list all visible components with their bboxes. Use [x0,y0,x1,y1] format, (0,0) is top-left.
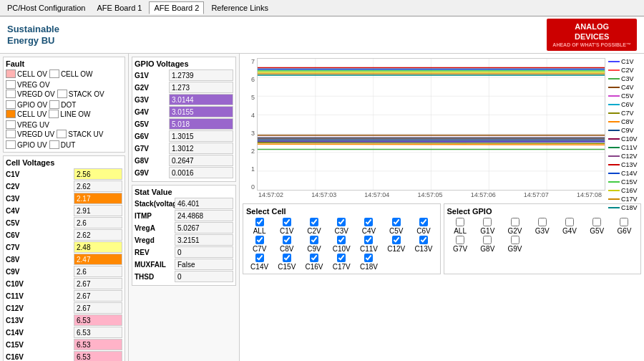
select-gpio-item-g1v: G1V [474,218,501,235]
select-gpio-label-all: ALL [454,227,467,235]
select-cell-checkbox-c6v[interactable] [419,218,428,226]
select-cell-checkbox-c8v[interactable] [283,236,291,244]
select-cell-label-c9v: C9V [307,245,321,253]
fault-dot: DOT [49,100,76,109]
select-gpio-checkbox-g8v[interactable] [483,236,492,244]
select-gpio-checkbox-g7v[interactable] [456,236,464,244]
gpio-label-g2v: G2V [135,84,155,92]
select-gpio-checkbox-g4v[interactable] [565,218,574,226]
menu-reference-links[interactable]: Reference Links [207,2,273,14]
menu-afe-board-1[interactable]: AFE Board 1 [92,2,146,14]
select-cell-checkbox-c5v[interactable] [392,218,401,226]
gpio-value-g9v: 0.0016 [169,167,233,178]
stat-val: 0 [175,271,233,282]
select-cell-checkbox-c9v[interactable] [310,236,318,244]
cell-value-c4v: 2.91 [74,205,122,216]
select-cell-checkbox-c12v[interactable] [392,236,401,244]
select-cell-item-c4v: C4V [356,218,382,235]
menu-afe-board-2[interactable]: AFE Board 2 [149,1,204,14]
select-cell-checkbox-c7v[interactable] [255,236,264,244]
cell-label-c9v: C9V [6,268,26,276]
fault-stack-ov-label: STACK OV [69,90,104,98]
select-gpio-item-g2v: G2V [502,218,528,235]
select-gpio-title: Select GPIO [447,207,638,216]
select-cell-checkbox-c3v[interactable] [337,218,346,226]
select-cell-label-all: ALL [253,227,266,235]
fault-cell-ov: CELL OV [6,69,47,78]
select-cell-item-all: ALL [246,218,273,235]
select-cell-label-c3v: C3V [335,227,348,235]
select-cell-panel: Select Cell ALLC1VC2VC3VC4VC5VC6VC7VC8VC… [243,203,441,274]
gpio-label-g3v: G3V [135,96,155,104]
gpio-voltages-title: GPIO Voltages [135,59,233,68]
legend-c15v: C15V [608,178,641,186]
select-cell-title: Select Cell [246,207,437,216]
select-cell-item-c8v: C8V [273,236,300,253]
select-gpio-checkbox-all[interactable] [456,218,464,226]
select-gpio-checkbox-g3v[interactable] [538,218,547,226]
fault-cell-uv-label: CELL UV [17,110,47,118]
fault-row-1: CELL OV CELL OW VREG OV [6,69,122,89]
fault-row-1b: VREGD OV STACK OV GPIO OV DOT [6,90,122,109]
chart-legend: C1V C2V C3V C4V C5V C6V C7V C8V C9V C10V… [605,58,641,191]
select-gpio-label-g5v: G5V [590,227,604,235]
select-gpio-checkbox-g1v[interactable] [483,218,492,226]
stat-label: MUXFAIL [135,261,174,269]
select-cell-item-c16v: C16V [301,254,327,271]
cell-row-c12v: C12V2.67 [6,302,122,314]
select-cell-checkbox-c10v[interactable] [337,236,346,244]
select-cell-checkbox-c11v[interactable] [364,236,373,244]
fault-row-2b: VREGD UV STACK UV GPIO UV DUT [6,130,122,149]
select-cell-checkbox-c15v[interactable] [283,254,291,262]
cell-label-c2v: C2V [6,183,26,191]
gpio-row-g9v: G9V0.0016 [135,167,233,178]
select-gpio-grid: ALLG1VG2VG3VG4VG5VG6VG7VG8VG9V [447,218,638,253]
select-gpio-checkbox-g6v[interactable] [620,218,628,226]
menu-pc-host[interactable]: PC/Host Configuration [3,2,89,14]
stat-val: 0 [175,246,233,258]
cell-row-c8v: C8V2.47 [6,254,122,265]
select-gpio-item-all: ALL [447,218,474,235]
select-cell-grid: ALLC1VC2VC3VC4VC5VC6VC7VC8VC9VC10VC11VC1… [246,218,437,271]
gpio-value-g4v: 3.0155 [169,106,233,117]
select-gpio-checkbox-g9v[interactable] [511,236,519,244]
select-cell-checkbox-c2v[interactable] [310,218,318,226]
cell-label-c5v: C5V [6,219,26,227]
select-cell-item-c5v: C5V [383,218,409,235]
legend-c9v: C9V [608,127,641,134]
select-gpio-item-g5v: G5V [584,218,610,235]
fault-cell-uv-box [6,110,16,118]
select-panels: Select Cell ALLC1VC2VC3VC4VC5VC6VC7VC8VC… [243,201,641,274]
legend-c8v: C8V [608,118,641,125]
gpio-row-g2v: G2V1.273 [135,82,233,93]
select-cell-label-c4v: C4V [362,227,376,235]
select-cell-label-c14v: C14V [250,263,268,271]
select-gpio-checkbox-g2v[interactable] [511,218,519,226]
select-cell-checkbox-c18v[interactable] [364,254,373,262]
fault-vreg-ov: VREG OV [6,80,50,89]
cell-label-c16v: C16V [6,353,26,361]
legend-c1v: C1V [608,58,641,65]
select-cell-checkbox-c16v[interactable] [310,254,318,262]
select-cell-checkbox-c14v[interactable] [255,254,264,262]
cell-value-c6v: 2.62 [74,229,122,241]
cell-value-c7v: 2.48 [74,241,122,253]
select-cell-label-c15v: C15V [278,263,296,271]
select-cell-checkbox-c1v[interactable] [283,218,291,226]
fault-dut-box [49,140,59,149]
fault-cell-uv: CELL UV [6,110,47,118]
select-cell-checkbox-c17v[interactable] [337,254,346,262]
fault-vreg-uv-box [6,120,16,129]
cell-label-c7v: C7V [6,244,26,251]
select-cell-checkbox-all[interactable] [255,218,264,226]
select-gpio-checkbox-g5v[interactable] [592,218,601,226]
select-cell-checkbox-c13v[interactable] [419,236,428,244]
fault-vregd-uv: VREGD UV [6,130,54,138]
cell-value-c15v: 6.53 [74,339,122,350]
cell-value-c11v: 2.67 [74,290,122,302]
cell-row-c10v: C10V2.67 [6,278,122,289]
gpio-value-g3v: 3.0144 [169,94,233,105]
fault-gpio-ov-box [6,100,16,109]
fault-gpio-ov: GPIO OV [6,100,47,109]
select-cell-checkbox-c4v[interactable] [364,218,373,226]
